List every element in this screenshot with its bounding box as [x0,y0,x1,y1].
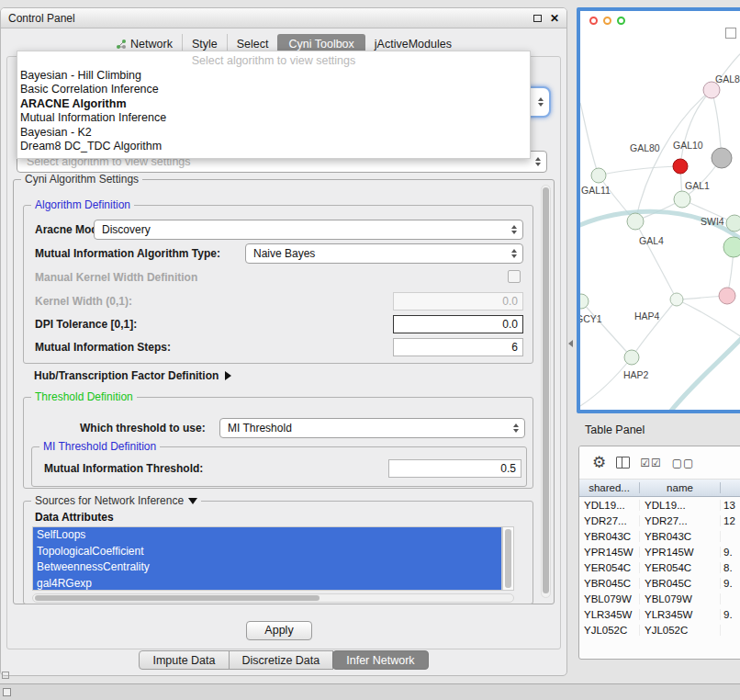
attribute-item[interactable]: gal4RGexp [33,576,501,592]
network-node[interactable] [723,237,740,257]
network-edge[interactable] [599,166,680,175]
tab-discretize-data[interactable]: Discretize Data [229,650,334,670]
network-node[interactable] [726,215,740,231]
attribute-item[interactable]: SelfLoops [33,527,501,544]
hub-definition-label: Hub/Transcription Factor Definition [34,369,219,382]
column-chooser-icon[interactable] [616,457,630,469]
column-header-shared-name[interactable]: shared... [579,482,640,493]
algorithm-option[interactable]: Bayesian - Hill Climbing [17,69,530,83]
algorithm-option[interactable]: Bayesian - K2 [17,126,530,140]
table-row[interactable]: YBR045CYBR045C9. [579,575,740,591]
sources-group-toggle[interactable]: Sources for Network Inference [31,494,201,507]
tab-infer-network[interactable]: Infer Network [332,650,428,670]
table-row[interactable]: YER054CYER054C8. [579,559,740,575]
deselect-all-icon[interactable]: ▢▢ [672,457,695,469]
network-node[interactable] [591,168,606,183]
tab-impute-data[interactable]: Impute Data [139,650,229,670]
network-edge[interactable] [635,90,712,221]
settings-vertical-scrollbar[interactable] [541,185,551,598]
mi-algorithm-type-select[interactable]: Naive Bayes [245,243,523,264]
network-graph[interactable]: GAL80GAL80GAL10GAL11GAL1SWI4GAL4GCY1HAP4… [580,11,740,410]
network-edge[interactable] [580,103,599,175]
combo-arrows-icon [535,157,541,166]
tab-jactivemodules-label: jActiveModules [375,38,452,51]
network-node[interactable] [712,148,732,168]
close-traffic-light-icon[interactable] [589,17,598,25]
scrollbar-thumb[interactable] [543,187,549,593]
table-cell: 13 [721,500,740,511]
network-edge[interactable] [580,357,632,406]
table-panel: ⚙ ☑☑ ▢▢ shared... name YDL19...YDL19...1… [578,446,740,660]
zoom-traffic-light-icon[interactable] [617,17,625,25]
attributes-horizontal-scrollbar[interactable] [32,593,514,603]
sources-group-title: Sources for Network Inference [35,494,184,507]
algorithm-dropdown: Select algorithm to view settings Bayesi… [17,51,531,159]
tab-cyni-toolbox-label: Cyni Toolbox [288,38,353,51]
table-row[interactable]: YJL052CYJL052C [579,622,740,638]
mi-threshold-group: MI Threshold Definition Mutual Informati… [31,446,527,487]
table-cell: 12 [721,515,740,526]
mi-threshold-input[interactable]: 0.5 [388,459,521,478]
minimize-traffic-light-icon[interactable] [603,17,611,25]
node-table-body: YDL19...YDL19...13YDR27...YDR27...12YBR0… [579,497,740,638]
dock-icon[interactable] [2,672,9,679]
apply-button[interactable]: Apply [246,621,312,640]
column-header-name[interactable]: name [640,482,721,493]
threshold-definition-title: Threshold Definition [31,390,137,403]
window-title: Control Panel [8,12,75,25]
birdseye-toggle-icon[interactable] [725,28,736,39]
float-window-icon[interactable] [533,15,542,22]
table-cell: YBR043C [579,531,640,542]
dpi-tolerance-input[interactable]: 0.0 [393,315,523,333]
manual-kernel-label: Manual Kernel Width Definition [35,271,197,284]
network-edge[interactable] [680,90,712,166]
attributes-vertical-scrollbar[interactable] [502,526,514,591]
table-row[interactable]: YBR043CYBR043C [579,528,740,544]
panel-divider-handle[interactable] [568,340,573,347]
node-label: GAL1 [685,180,710,191]
attribute-item[interactable]: TopologicalCoefficient [33,544,501,560]
table-row[interactable]: YDR27...YDR27...12 [579,513,740,528]
network-node[interactable] [673,159,688,174]
algorithm-option[interactable]: Basic Correlation Inference [17,83,530,96]
network-edge[interactable] [581,301,632,357]
network-node[interactable] [580,294,589,309]
network-node[interactable] [674,191,690,208]
close-icon[interactable]: ✕ [550,13,559,24]
manual-kernel-checkbox[interactable] [508,270,521,283]
restore-panel-icon[interactable] [3,688,11,696]
table-row[interactable]: YPR145WYPR145W9. [579,544,740,559]
status-strip [0,683,740,700]
network-edge[interactable] [635,221,677,299]
node-label: HAP2 [623,369,649,380]
network-node[interactable] [627,213,644,230]
algorithm-option[interactable]: ARACNE Algorithm [17,97,530,111]
hub-definition-toggle[interactable]: Hub/Transcription Factor Definition [34,369,231,382]
network-view-window[interactable]: GAL80GAL80GAL10GAL11GAL1SWI4GAL4GCY1HAP4… [577,7,740,413]
network-node[interactable] [624,350,639,365]
table-row[interactable]: YBL079WYBL079W [579,591,740,606]
cyni-algorithm-settings-group: Cyni Algorithm Settings Algorithm Defini… [13,179,555,604]
algorithm-option[interactable]: Dream8 DC_TDC Algorithm [17,140,530,153]
mi-steps-input[interactable]: 6 [393,338,523,356]
network-edge[interactable] [677,299,740,337]
scrollbar-thumb[interactable] [35,595,320,601]
network-node[interactable] [670,293,683,306]
select-all-icon[interactable]: ☑☑ [640,457,662,469]
gear-icon[interactable]: ⚙ [592,455,606,470]
control-panel-titlebar[interactable]: Control Panel ✕ [1,8,566,28]
network-edge[interactable] [632,299,677,357]
algorithm-option[interactable]: Mutual Information Inference [17,111,530,125]
network-tab-icon [116,39,127,50]
kernel-width-input[interactable]: 0.0 [393,292,523,310]
attribute-item[interactable]: BetweennessCentrality [33,559,501,576]
aracne-mode-select[interactable]: Discovery [94,220,523,240]
scrollbar-thumb[interactable] [505,529,511,588]
table-row[interactable]: YDL19...YDL19...13 [579,497,740,513]
algorithm-definition-title: Algorithm Definition [31,198,134,211]
network-node[interactable] [719,288,735,304]
table-row[interactable]: YLR345WYLR345W9. [579,606,740,622]
which-threshold-select[interactable]: MI Threshold [219,418,525,438]
network-edge[interactable] [667,334,740,410]
data-attributes-list[interactable]: SelfLoopsTopologicalCoefficientBetweenne… [32,526,502,591]
